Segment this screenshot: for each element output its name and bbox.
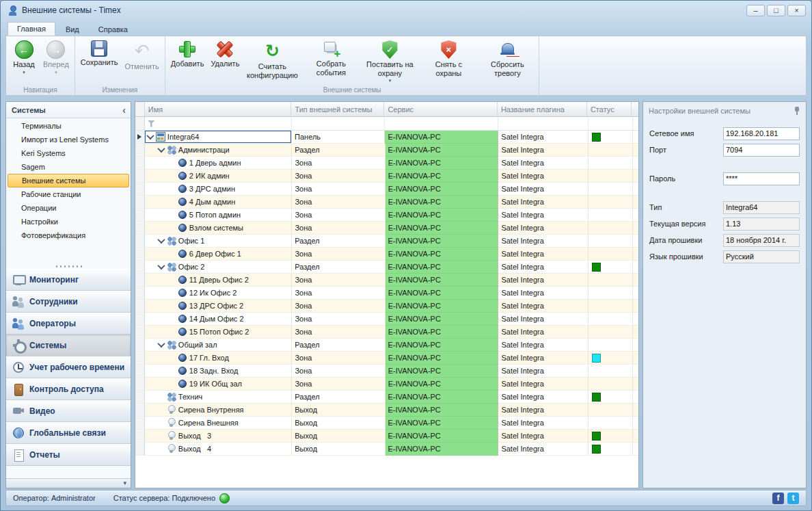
table-row[interactable]: Общий залРазделE-IVANOVA-PCSatel Integra: [135, 339, 638, 352]
ribbon-tab-help[interactable]: Справка: [90, 23, 137, 36]
filter-cell[interactable]: [145, 117, 292, 130]
delete-button[interactable]: Удалить: [207, 38, 243, 86]
table-row[interactable]: 11 Дверь Офис 2ЗонаE-IVANOVA-PCSatel Int…: [135, 274, 638, 287]
filter-cell[interactable]: [385, 117, 498, 130]
table-row[interactable]: ТехничРазделE-IVANOVA-PCSatel Integra: [135, 391, 638, 404]
filter-cell[interactable]: [588, 117, 633, 130]
password-field[interactable]: [723, 172, 800, 185]
service-cell: E-IVANOVA-PC: [385, 196, 499, 209]
sidebar-item[interactable]: Фотоверификация: [6, 228, 131, 242]
window-close-button[interactable]: ×: [787, 5, 806, 16]
sidebar-item[interactable]: Внешние системы: [8, 174, 129, 187]
nav-button-globe[interactable]: Глобальные связи: [6, 422, 131, 444]
twitter-icon[interactable]: t: [787, 493, 799, 504]
collapse-chevron-icon[interactable]: [157, 147, 166, 153]
table-row[interactable]: АдминистрациРазделE-IVANOVA-PCSatel Inte…: [135, 144, 638, 157]
table-row[interactable]: Офис 1РазделE-IVANOVA-PCSatel Integra: [135, 235, 638, 248]
client-area: ГлавнаяВидСправка Назад▾Вперед▾Навигация…: [5, 20, 807, 506]
disarm-button[interactable]: Снять с охраны: [419, 38, 478, 86]
filter-cell[interactable]: [292, 117, 385, 130]
network-name-field[interactable]: [723, 127, 800, 140]
collapse-chevron-icon[interactable]: [157, 264, 166, 270]
filter-cell[interactable]: [498, 117, 588, 130]
port-field[interactable]: [723, 144, 800, 157]
nav-button-monitor[interactable]: Мониторинг: [6, 269, 131, 291]
table-row[interactable]: 14 Дым Офис 2ЗонаE-IVANOVA-PCSatel Integ…: [135, 313, 638, 326]
current-version-field[interactable]: [723, 218, 800, 231]
table-row[interactable]: 2 ИК админЗонаE-IVANOVA-PCSatel Integra: [135, 170, 638, 183]
table-row[interactable]: 3 ДРС админЗонаE-IVANOVA-PCSatel Integra: [135, 183, 638, 196]
undo-button[interactable]: Отменить: [122, 38, 163, 86]
nav-button-camera[interactable]: Видео: [6, 400, 131, 422]
table-row[interactable]: Сирена ВнутреняяВыходE-IVANOVA-PCSatel I…: [135, 404, 638, 417]
table-row[interactable]: 12 Ик Офис 2ЗонаE-IVANOVA-PCSatel Integr…: [135, 287, 638, 300]
nav-button-operators[interactable]: Операторы: [6, 313, 131, 335]
type-field[interactable]: [723, 201, 800, 214]
sidebar-item[interactable]: Sagem: [6, 160, 131, 174]
table-row[interactable]: Сирена ВнешняяВыходE-IVANOVA-PCSatel Int…: [135, 417, 638, 430]
nav-button-people[interactable]: Сотрудники: [6, 291, 131, 313]
table-row[interactable]: Выход 3ВыходE-IVANOVA-PCSatel Integra: [135, 430, 638, 443]
nav-button-clock[interactable]: Учет рабочего времени: [6, 356, 131, 378]
nav-button-report[interactable]: Отчеты: [6, 444, 131, 466]
settings-field-row: Текущая версия: [649, 217, 800, 231]
table-row[interactable]: 6 Двер Офис 1ЗонаE-IVANOVA-PCSatel Integ…: [135, 248, 638, 261]
ribbon-tab-home[interactable]: Главная: [8, 22, 55, 36]
status-cell: [588, 131, 633, 144]
forward-button[interactable]: Вперед▾: [40, 38, 72, 86]
window-maximize-button[interactable]: □: [767, 5, 785, 16]
plugin-cell: Satel Integra: [498, 313, 588, 326]
firmware-language-field[interactable]: [723, 250, 800, 263]
table-row[interactable]: 13 ДРС Офис 2ЗонаE-IVANOVA-PCSatel Integ…: [135, 300, 638, 313]
table-row[interactable]: Офис 2РазделE-IVANOVA-PCSatel Integra: [135, 261, 638, 274]
table-row[interactable]: 1 Дверь админЗонаE-IVANOVA-PCSatel Integ…: [135, 157, 638, 170]
plugin-cell: Satel Integra: [498, 131, 588, 144]
table-row[interactable]: 5 Потоп админЗонаE-IVANOVA-PCSatel Integ…: [135, 209, 638, 222]
column-header[interactable]: Тип внешней системы: [291, 102, 384, 116]
firmware-date-field[interactable]: [723, 234, 800, 247]
save-button[interactable]: Сохранить: [77, 38, 122, 86]
table-row[interactable]: Integra64ПанельE-IVANOVA-PCSatel Integra: [135, 131, 638, 144]
collapse-chevron-icon[interactable]: [157, 342, 166, 348]
sidebar-item[interactable]: Импорт из Lenel Systems: [6, 133, 131, 146]
settings-panel-header: Настройки внешней системы: [643, 102, 806, 117]
splitter-grip[interactable]: [6, 263, 131, 269]
titlebar[interactable]: Внешние системы - Timex –□×: [1, 1, 811, 20]
table-row[interactable]: Взлом системыЗонаE-IVANOVA-PCSatel Integ…: [135, 222, 638, 235]
read-config-button[interactable]: Считать конфигурацию: [243, 38, 301, 86]
reset-alarm-button[interactable]: Сбросить тревогу: [478, 38, 537, 86]
nav-button-gear[interactable]: Системы: [6, 335, 131, 356]
status-cell: [588, 430, 633, 443]
collapse-chevron-icon[interactable]: [146, 134, 155, 140]
nav-button-door[interactable]: Контроль доступа: [6, 378, 131, 400]
sidebar-item[interactable]: Операции: [6, 201, 131, 215]
field-label: Пароль: [649, 174, 675, 183]
nav-label: Глобальные связи: [29, 428, 106, 438]
table-row[interactable]: Выход 4ВыходE-IVANOVA-PCSatel Integra: [135, 443, 638, 456]
sidebar-item[interactable]: Настройки: [6, 215, 131, 228]
collapse-sidebar-icon[interactable]: ‹: [122, 105, 126, 115]
table-row[interactable]: 18 Задн. ВходЗонаE-IVANOVA-PCSatel Integ…: [135, 365, 638, 378]
status-cell: [588, 378, 633, 391]
pin-icon[interactable]: [793, 107, 801, 116]
table-row[interactable]: 17 Гл. ВходЗонаE-IVANOVA-PCSatel Integra: [135, 352, 638, 365]
ribbon-tab-view[interactable]: Вид: [57, 23, 88, 36]
column-header[interactable]: Название плагина: [498, 102, 587, 116]
table-row[interactable]: 15 Потоп Офис 2ЗонаE-IVANOVA-PCSatel Int…: [135, 326, 638, 339]
sidebar-item[interactable]: Рабочие станции: [6, 187, 131, 201]
collapse-chevron-icon[interactable]: [157, 238, 166, 244]
add-button[interactable]: Добавить: [167, 38, 208, 86]
arm-button[interactable]: Поставить на охрану▾: [360, 38, 419, 86]
collect-events-button[interactable]: Собрать события: [301, 38, 360, 86]
window-minimize-button[interactable]: –: [746, 5, 765, 16]
facebook-icon[interactable]: f: [772, 493, 784, 504]
overflow-chevron-icon[interactable]: ▾: [123, 480, 126, 486]
table-row[interactable]: 19 ИК Общ залЗонаE-IVANOVA-PCSatel Integ…: [135, 378, 638, 391]
column-header[interactable]: Статус: [587, 102, 632, 116]
sidebar-item[interactable]: Терминалы: [6, 119, 131, 133]
column-header[interactable]: Сервис: [384, 102, 497, 116]
sidebar-item[interactable]: Keri Systems: [6, 146, 131, 160]
table-row[interactable]: 4 Дым админЗонаE-IVANOVA-PCSatel Integra: [135, 196, 638, 209]
column-header[interactable]: Имя: [145, 102, 292, 116]
back-button[interactable]: Назад▾: [8, 38, 40, 86]
